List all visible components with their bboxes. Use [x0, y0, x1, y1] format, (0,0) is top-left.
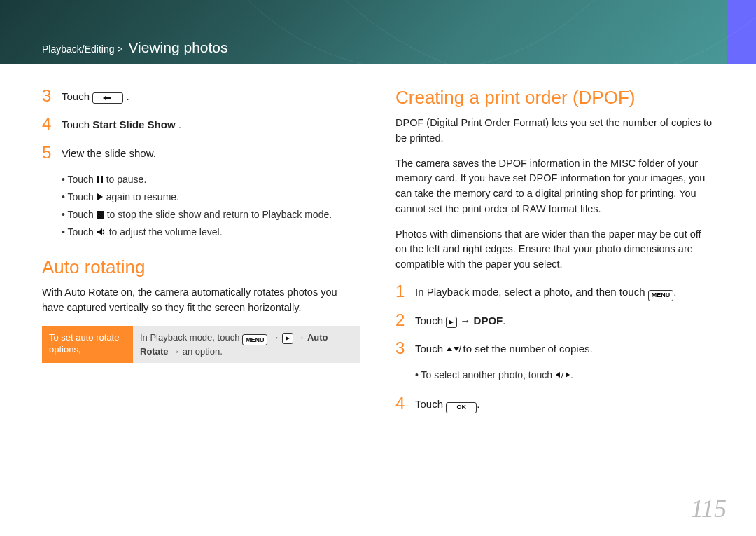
step-number: 5	[42, 144, 62, 162]
dpof-step-1: 1 In Playback mode, select a photo, and …	[396, 282, 714, 301]
volume-icon	[97, 225, 106, 242]
breadcrumb: Playback/Editing > Viewing photos	[42, 39, 228, 56]
menu-button-icon: MENU	[648, 290, 674, 301]
svg-rect-1	[101, 176, 103, 183]
step-number: 3	[396, 339, 415, 358]
side-tab	[727, 0, 756, 64]
step-text: Touch	[415, 343, 446, 355]
auto-rotating-paragraph: With Auto Rotate on, the camera automati…	[42, 285, 360, 316]
step-text: to set the number of copies.	[460, 343, 592, 355]
menu-button-icon: MENU	[242, 334, 268, 345]
playback-icon	[282, 333, 293, 344]
sub-item: Touch to stop the slide show and return …	[62, 207, 360, 224]
right-column: Creating a print order (DPOF) DPOF (Digi…	[396, 87, 714, 423]
step-text: .	[503, 315, 505, 327]
step-text: Touch	[62, 118, 92, 130]
step-text-bold: DPOF	[474, 315, 503, 327]
opt-value: In Playback mode, touch MENU → → Auto Ro…	[133, 326, 360, 364]
svg-rect-2	[97, 211, 104, 219]
page-body: 3 Touch . 4 Touch Start Slide Show . 5 V…	[0, 64, 756, 423]
dpof-step-3: 3 Touch / to set the number of copies.	[396, 339, 714, 358]
step-text: .	[673, 286, 676, 298]
opt-label: To set auto rotate options,	[42, 326, 133, 364]
step-text: .	[477, 398, 479, 410]
step-number: 4	[42, 115, 62, 133]
sub-item: To select another photo, touch /.	[415, 367, 714, 385]
step-text: →	[457, 315, 473, 327]
dpof-para-2: The camera saves the DPOF information in…	[396, 156, 714, 217]
step-text: .	[178, 118, 181, 130]
svg-text:/: /	[561, 371, 564, 379]
step-number: 3	[42, 87, 62, 105]
step-text: In Playback mode, select a photo, and th…	[415, 286, 648, 298]
ok-button-icon: OK	[446, 402, 477, 413]
step-text: Touch	[415, 315, 446, 327]
step-number: 4	[396, 394, 415, 413]
step-4: 4 Touch Start Slide Show .	[42, 115, 360, 133]
step-5-sublist: Touch to pause. Touch again to resume. T…	[62, 172, 360, 241]
sub-item: Touch to pause.	[62, 172, 360, 189]
back-button-icon	[92, 92, 123, 104]
pause-icon	[97, 172, 104, 189]
sub-item: Touch again to resume.	[62, 189, 360, 207]
stop-icon	[97, 207, 104, 224]
step-number: 2	[396, 311, 415, 329]
playback-icon	[446, 317, 457, 328]
dpof-step-2: 2 Touch → DPOF.	[396, 311, 714, 329]
step-number: 1	[396, 282, 415, 301]
breadcrumb-current: Viewing photos	[128, 39, 227, 55]
step-text: .	[126, 90, 129, 102]
dpof-step-3-sublist: To select another photo, touch /.	[415, 367, 714, 385]
svg-rect-0	[97, 176, 99, 183]
step-text-bold: Start Slide Show	[92, 118, 175, 130]
dpof-step-4: 4 Touch OK.	[396, 394, 714, 413]
auto-rotating-heading: Auto rotating	[42, 256, 360, 278]
step-text: Touch	[415, 398, 446, 410]
sub-item: Touch to adjust the volume level.	[62, 224, 360, 242]
step-5: 5 View the slide show.	[42, 144, 360, 162]
auto-rotate-options-table: To set auto rotate options, In Playback …	[42, 326, 360, 364]
dpof-para-3: Photos with dimensions that are wider th…	[396, 227, 714, 273]
breadcrumb-section: Playback/Editing >	[42, 43, 123, 55]
header-band: Playback/Editing > Viewing photos	[0, 0, 756, 64]
step-3: 3 Touch .	[42, 87, 360, 105]
dpof-heading: Creating a print order (DPOF)	[396, 87, 714, 109]
play-icon	[97, 190, 104, 207]
left-right-icon: /	[555, 368, 570, 385]
step-text: View the slide show.	[62, 144, 360, 162]
step-text: Touch	[62, 90, 92, 102]
page-number: 115	[691, 494, 727, 523]
dpof-para-1: DPOF (Digital Print Order Format) lets y…	[396, 116, 714, 146]
left-column: 3 Touch . 4 Touch Start Slide Show . 5 V…	[42, 87, 360, 423]
